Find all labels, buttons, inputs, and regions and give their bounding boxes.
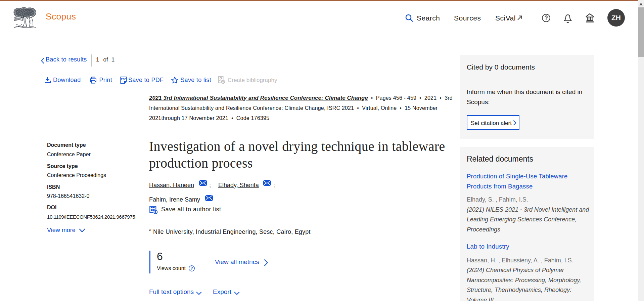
svg-text:PDF: PDF (121, 77, 126, 80)
